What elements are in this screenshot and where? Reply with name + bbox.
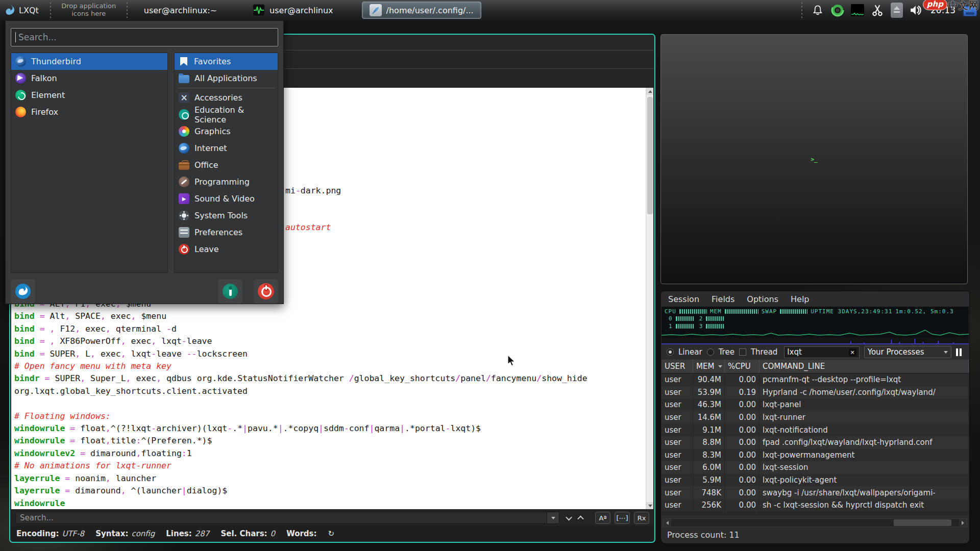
lxqt-about-button[interactable] <box>11 279 35 304</box>
status-ring-icon[interactable] <box>831 4 844 17</box>
cpu-graph-tray-icon[interactable] <box>851 4 864 16</box>
category-item-sound-video[interactable]: Sound & Video <box>175 190 278 207</box>
category-item-office[interactable]: Office <box>175 157 278 173</box>
thread-checkbox[interactable] <box>739 348 746 356</box>
taskbar-button[interactable]: /home/user/.config/... <box>362 2 481 19</box>
operator-text: , <box>106 324 111 334</box>
menu-configure-button[interactable] <box>218 279 242 304</box>
configure-gear-icon <box>223 284 238 299</box>
menu-search-input[interactable]: Search... <box>11 28 278 46</box>
regex-button[interactable]: Rx <box>634 512 649 524</box>
search-history-dropdown-icon[interactable] <box>547 512 559 523</box>
hscroll-right-icon[interactable] <box>959 519 967 527</box>
editor-partial-line: mi-dark.png <box>285 186 341 195</box>
taskbar-button[interactable]: >_user@archlinux:~ <box>137 2 224 19</box>
whole-word-button[interactable]: [⋯] <box>615 512 630 524</box>
keyword-text: windowrule <box>14 423 65 433</box>
category-item-programming[interactable]: Programming <box>175 173 278 190</box>
category-item-system-tools[interactable]: System Tools <box>175 207 278 224</box>
category-item-internet[interactable]: Internet <box>175 140 278 157</box>
pause-button[interactable] <box>956 348 964 356</box>
favorite-item-falkon[interactable]: Falkon <box>11 70 167 87</box>
scrollbar-thumb[interactable] <box>647 97 653 214</box>
favorite-item-thunderbird[interactable]: Thunderbird <box>11 53 167 70</box>
keyword-text: bind <box>14 324 35 334</box>
notification-bell-icon[interactable] <box>811 4 824 17</box>
table-cell: 14.6M <box>693 411 725 424</box>
linear-radio[interactable] <box>667 348 674 356</box>
table-cell: user <box>662 398 693 411</box>
category-item-graphics[interactable]: Graphics <box>175 123 278 140</box>
table-cell: user <box>662 373 693 386</box>
table-row[interactable]: user5.9M0.00lxqt-policykit-agent <box>662 474 969 487</box>
status-label: Words: <box>286 529 316 538</box>
table-row[interactable]: user53.9M0.19Hyprland -c /home/user/.con… <box>662 386 969 399</box>
category-item-leave[interactable]: Leave <box>175 241 278 258</box>
column-header-user[interactable]: USER <box>662 360 693 373</box>
table-row[interactable]: user748K0.00swaybg -i /usr/share/lxqt/wa… <box>662 486 969 499</box>
table-row[interactable]: user14.6M0.00lxqt-runner <box>662 411 969 424</box>
code-line: # No animations for lxqt-runner <box>14 460 587 472</box>
clear-filter-icon[interactable]: × <box>849 348 856 356</box>
process-filter-input[interactable]: lxqt × <box>784 346 859 358</box>
monitor-horizontal-scrollbar[interactable] <box>663 518 967 527</box>
leave-icon <box>179 244 189 255</box>
lxqt-logo-icon <box>4 4 15 16</box>
code-line <box>14 397 587 410</box>
monitor-menu-fields[interactable]: Fields <box>712 294 734 304</box>
find-previous-icon[interactable] <box>577 515 584 522</box>
column-header-mem[interactable]: MEM <box>693 360 725 373</box>
category-item-accessories[interactable]: Accessories <box>175 89 278 106</box>
hscroll-left-icon[interactable] <box>664 519 671 527</box>
table-row[interactable]: user6.0M0.00lxqt-session <box>662 461 969 474</box>
monitor-menu-options[interactable]: Options <box>747 294 778 304</box>
find-next-icon[interactable] <box>566 514 572 520</box>
menu-search-placeholder: Search... <box>18 32 57 42</box>
panel-menu-button[interactable]: LXQt <box>0 0 46 20</box>
editor-search-input[interactable]: Search... <box>15 512 559 524</box>
editor-vertical-scrollbar[interactable] <box>646 88 653 509</box>
firefox-icon <box>15 107 26 117</box>
match-case-button[interactable]: Aª <box>595 512 610 524</box>
element-icon <box>15 90 26 101</box>
category-item-favorites[interactable]: Favorites <box>175 53 278 70</box>
tray-app-icon[interactable] <box>963 6 977 16</box>
category-item-preferences[interactable]: Preferences <box>175 224 278 241</box>
favorite-item-firefox[interactable]: Firefox <box>11 104 167 120</box>
tree-radio[interactable] <box>707 348 714 356</box>
operator-text: - <box>166 324 172 334</box>
category-item-education-science[interactable]: Education & Science <box>175 106 278 123</box>
monitor-menu-help[interactable]: Help <box>791 294 809 304</box>
search-option-buttons: Aª [⋯] Rx <box>595 512 649 524</box>
hscroll-thumb[interactable] <box>894 519 951 526</box>
scroll-up-icon[interactable] <box>646 88 653 95</box>
table-row[interactable]: user90.4M0.00pcmanfm-qt --desktop --prof… <box>662 373 969 386</box>
operator-text: / <box>486 373 491 383</box>
menu-leave-button[interactable] <box>254 279 278 304</box>
removable-media-icon[interactable] <box>891 3 903 18</box>
menu-item-label: Favorites <box>194 57 231 66</box>
favorite-item-element[interactable]: Element <box>11 87 167 104</box>
volume-icon[interactable] <box>910 4 923 17</box>
table-row[interactable]: user8.8M0.00fpad .config/lxqt/wayland/lx… <box>662 436 969 449</box>
word-count-refresh-icon[interactable]: ↻ <box>328 529 335 538</box>
table-row[interactable]: user8.3M0.00lxqt-powermanagement <box>662 449 969 462</box>
column-header-commandline[interactable]: COMMAND_LINE <box>760 360 969 373</box>
category-item-all-applications[interactable]: All Applications <box>175 70 278 87</box>
clock[interactable]: 20:13 <box>930 5 955 15</box>
code-line: # Floating windows: <box>14 410 587 422</box>
operator-text: - <box>227 423 232 433</box>
table-row[interactable]: user256K0.00sh -c lxqt-session && hyprct… <box>662 499 969 512</box>
screenshot-scissors-icon[interactable] <box>871 4 884 17</box>
table-row[interactable]: user9.1M0.00lxqt-notificationd <box>662 423 969 436</box>
operator-text: , <box>75 349 80 359</box>
column-header-cpu[interactable]: %CPU <box>725 360 760 373</box>
taskbar-button[interactable]: user@archlinux <box>246 2 340 19</box>
process-scope-select[interactable]: Your Processes <box>864 346 951 358</box>
scroll-down-icon[interactable] <box>646 502 653 509</box>
code-line: windowrule = float,title:^(Preferen.*)$ <box>14 435 587 447</box>
menu-item-label: Falkon <box>31 73 57 83</box>
table-row[interactable]: user46.3M0.00lxqt-panel <box>662 398 969 411</box>
monitor-menu-session[interactable]: Session <box>668 294 699 304</box>
operator-text: - <box>187 349 192 359</box>
